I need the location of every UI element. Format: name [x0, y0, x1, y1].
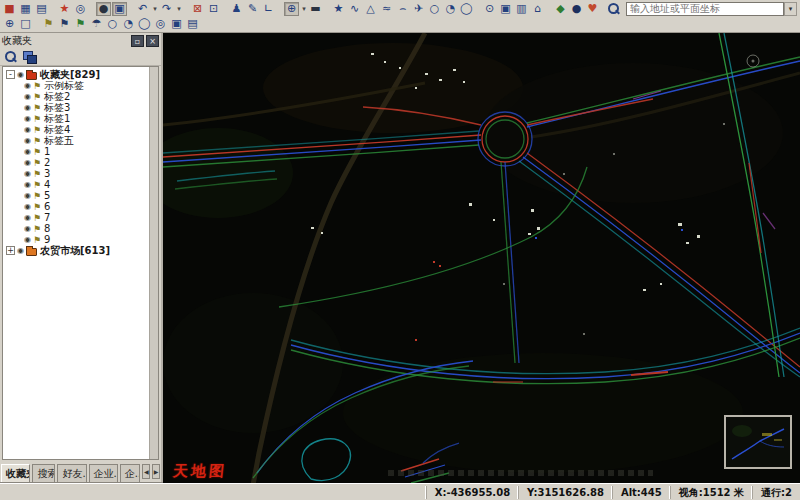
plane-track-icon[interactable]: ✈: [411, 2, 426, 15]
tree-item[interactable]: ◉⚑2: [3, 157, 149, 168]
tree-item[interactable]: ◉⚑标签五: [3, 135, 149, 146]
layers-icon[interactable]: [23, 51, 36, 63]
tree-item[interactable]: ◉⚑6: [3, 201, 149, 212]
circle-draw-icon[interactable]: ○: [427, 2, 442, 15]
redo-icon[interactable]: ↷: [159, 2, 174, 15]
polyline-icon[interactable]: ∿: [347, 2, 362, 15]
visibility-icon[interactable]: ◉: [24, 81, 31, 90]
tab-scroll-right-button[interactable]: ▶: [152, 464, 160, 479]
night-view-icon[interactable]: ●: [96, 2, 111, 16]
globe-icon[interactable]: ⊕: [2, 17, 17, 30]
building-icon[interactable]: ⌂: [530, 2, 545, 15]
visibility-icon[interactable]: ◉: [24, 202, 31, 211]
pin-yellow-icon[interactable]: ⚑: [41, 17, 56, 30]
search-icon[interactable]: [607, 2, 620, 15]
paint-icon[interactable]: ◆: [553, 2, 568, 15]
panel-close-button[interactable]: ×: [146, 35, 159, 47]
sidebar-tab-1[interactable]: 收藏夹: [1, 464, 30, 485]
tree-item[interactable]: ◉⚑1: [3, 146, 149, 157]
undo-icon-dropdown[interactable]: ▾: [151, 5, 159, 13]
ellipse-draw-icon[interactable]: ◯: [459, 2, 474, 15]
favorite-star-icon[interactable]: ★: [57, 2, 72, 15]
tree-item[interactable]: ◉⚑标签4: [3, 124, 149, 135]
tree-item[interactable]: ◉⚑示例标签: [3, 80, 149, 91]
locate-target-icon-dropdown[interactable]: ▾: [300, 5, 308, 13]
visibility-icon[interactable]: ◉: [24, 191, 31, 200]
redo-icon-dropdown[interactable]: ▾: [175, 5, 183, 13]
ellipse-tool-icon[interactable]: ◯: [137, 17, 152, 30]
locate-target-icon[interactable]: ⊕: [284, 2, 299, 16]
arc-tool-icon[interactable]: ◔: [121, 17, 136, 30]
panel-pin-button[interactable]: ▫: [131, 35, 144, 47]
visibility-icon[interactable]: ◉: [24, 114, 31, 123]
visibility-icon[interactable]: ◉: [24, 92, 31, 101]
visibility-icon[interactable]: ◉: [24, 213, 31, 222]
visibility-icon[interactable]: ◉: [24, 158, 31, 167]
placemark-star-icon[interactable]: ★: [331, 2, 346, 15]
favorites-search-icon[interactable]: [4, 50, 17, 63]
folder-tool-icon[interactable]: ▤: [185, 17, 200, 30]
tree-item[interactable]: ◉⚑3: [3, 168, 149, 179]
globe-dark-icon[interactable]: ●: [569, 2, 584, 15]
umbrella-icon[interactable]: ☂: [89, 17, 104, 30]
polygon-icon[interactable]: △: [363, 2, 378, 15]
compass-icon[interactable]: ⊙: [482, 2, 497, 15]
visibility-icon[interactable]: ◉: [24, 169, 31, 178]
placemark-pin-icon: ⚑: [33, 202, 41, 212]
curve-icon[interactable]: ≈: [379, 2, 394, 15]
grid-tool-icon[interactable]: ▣: [169, 17, 184, 30]
visibility-icon[interactable]: ◉: [24, 224, 31, 233]
visibility-icon[interactable]: ◉: [24, 103, 31, 112]
map-canvas[interactable]: [163, 33, 800, 483]
visibility-icon[interactable]: ◉: [24, 147, 31, 156]
overview-inset-map[interactable]: [724, 415, 792, 469]
pin-blue-icon[interactable]: ⚑: [57, 17, 72, 30]
undo-icon[interactable]: ↶: [135, 2, 150, 15]
flat-line-icon[interactable]: ⌢: [395, 2, 410, 15]
visibility-icon[interactable]: ◉: [24, 125, 31, 134]
image-overlay-icon[interactable]: ▣: [112, 2, 127, 16]
new-mark-icon[interactable]: ■: [2, 2, 17, 15]
visibility-icon[interactable]: ◉: [17, 246, 24, 255]
dark-panel-icon[interactable]: ▬: [308, 2, 323, 15]
target-tool-icon[interactable]: ◎: [153, 17, 168, 30]
tree-root-market[interactable]: +◉农贸市场[613]: [3, 245, 149, 256]
visibility-icon[interactable]: ◉: [24, 136, 31, 145]
tree-item[interactable]: ◉⚑标签1: [3, 113, 149, 124]
tree-item[interactable]: ◉⚑4: [3, 179, 149, 190]
user-icon[interactable]: ♟: [229, 2, 244, 15]
delete-icon[interactable]: ⊠: [190, 2, 205, 15]
tree-item[interactable]: ◉⚑8: [3, 223, 149, 234]
browse-icon[interactable]: ◎: [73, 2, 88, 15]
chart-icon[interactable]: ▥: [514, 2, 529, 15]
visibility-icon[interactable]: ◉: [17, 70, 24, 79]
sidebar-tab-5[interactable]: 企..: [120, 464, 141, 485]
measure-icon[interactable]: ∟: [261, 2, 276, 15]
sidebar-tab-2[interactable]: 搜索: [32, 464, 55, 485]
tree-item[interactable]: ◉⚑5: [3, 190, 149, 201]
tab-scroll-left-button[interactable]: ◀: [142, 464, 150, 479]
grid-icon[interactable]: ▣: [498, 2, 513, 15]
search-dropdown-button[interactable]: ▾: [784, 2, 797, 16]
tree-scrollbar[interactable]: [149, 67, 158, 459]
pin-green-icon[interactable]: ⚑: [73, 17, 88, 30]
new-doc-icon[interactable]: □: [18, 17, 33, 30]
save-icon[interactable]: ▦: [18, 2, 33, 15]
sidebar-tab-4[interactable]: 企业...: [89, 464, 118, 485]
edit-pencil-icon[interactable]: ✎: [245, 2, 260, 15]
sidebar-tab-3[interactable]: 好友...: [57, 464, 86, 485]
tree-item[interactable]: ◉⚑标签3: [3, 102, 149, 113]
circle-tool-icon[interactable]: ○: [105, 17, 120, 30]
search-input[interactable]: [626, 2, 784, 16]
import-doc-icon[interactable]: ▤: [34, 2, 49, 15]
tree-item-label: 7: [44, 212, 50, 223]
tree-expander-icon[interactable]: -: [6, 70, 15, 79]
tree-item[interactable]: ◉⚑7: [3, 212, 149, 223]
visibility-icon[interactable]: ◉: [24, 180, 31, 189]
tree-expander-icon[interactable]: +: [6, 246, 15, 255]
clipboard-icon[interactable]: ⊡: [206, 2, 221, 15]
heart-icon[interactable]: ♥: [585, 2, 600, 15]
tree-item[interactable]: ◉⚑标签2: [3, 91, 149, 102]
arc-draw-icon[interactable]: ◔: [443, 2, 458, 15]
visibility-icon[interactable]: ◉: [24, 235, 31, 244]
